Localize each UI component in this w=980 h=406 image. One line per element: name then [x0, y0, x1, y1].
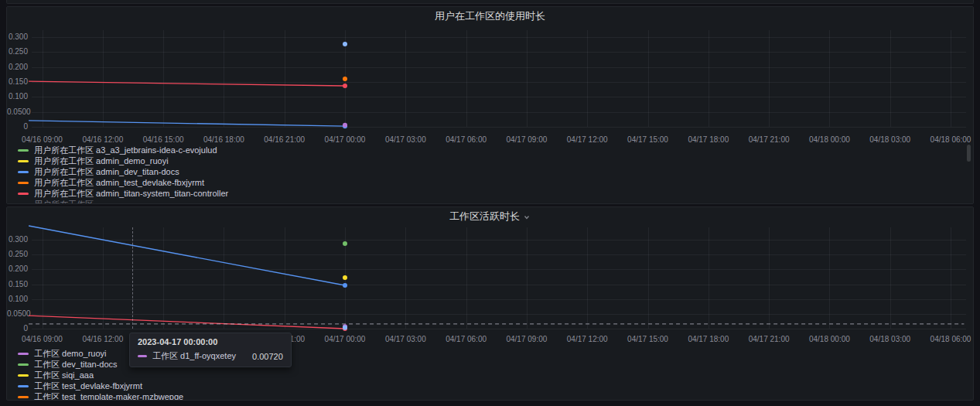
x-tick-label: 04/16 21:00: [254, 135, 316, 145]
tooltip-timestamp: 2023-04-17 00:00:00: [138, 337, 283, 346]
y-tick-label: 0.250: [7, 250, 28, 259]
x-tick-label: 04/16 15:00: [132, 135, 194, 145]
y-tick-label: 0.100: [7, 92, 28, 101]
panel-user-workspace-usage: 用户在工作区的使用时长 0.3000.2500.2000.1500.1000.0…: [6, 6, 974, 204]
x-tick-label: 04/16 09:00: [12, 335, 73, 344]
grafana-dashboard: 用户在工作区的使用时长 0.3000.2500.2000.1500.1000.0…: [0, 0, 980, 406]
y-tick-label: 0.300: [7, 32, 28, 42]
legend-item[interactable]: 工作区 test_devlake-fbxjyrmt: [18, 382, 958, 391]
gridline-h: [32, 127, 966, 128]
panel-header: 用户在工作区的使用时长: [7, 7, 973, 26]
legend-item[interactable]: 用户所在工作区 admin_test_devlake-fbxjyrmt: [18, 179, 958, 187]
tooltip-series-label: 工作区 d1_ff-oyqxetey: [152, 350, 236, 362]
series-color-dash-icon: [18, 182, 29, 184]
x-tick-label: 04/17 21:00: [738, 135, 800, 145]
y-tick-label: 0.150: [7, 280, 28, 289]
series-point: [343, 123, 347, 128]
legend-item[interactable]: 用户所在工作区 admin_dev_titan-docs: [18, 168, 958, 176]
legend: 用户所在工作区 a3_a3_jetbrains-idea-c-evojulud用…: [18, 146, 958, 204]
series-point: [343, 77, 347, 81]
y-tick-label: 0.100: [7, 295, 28, 304]
panel-title[interactable]: 用户在工作区的使用时长: [435, 7, 545, 26]
x-tick-label: 04/17 12:00: [556, 335, 618, 344]
chevron-down-icon[interactable]: [523, 213, 531, 221]
series-color-dash-icon: [18, 374, 29, 377]
legend-item[interactable]: 用户所在工作区 admin_demo_ruoyi: [18, 157, 958, 165]
legend-item[interactable]: 用户所在工作区: [18, 200, 958, 204]
chart-series-layer: [32, 227, 966, 329]
x-tick-label: 04/18 00:00: [798, 135, 860, 145]
y-tick-label: 0: [7, 324, 28, 333]
tooltip-series-value: 0.00720: [252, 352, 283, 361]
legend-item[interactable]: 用户所在工作区 a3_a3_jetbrains-idea-c-evojulud: [18, 146, 958, 155]
x-tick-label: 04/18 03:00: [859, 335, 921, 344]
crosshair-line: [132, 227, 133, 329]
x-tick-label: 04/17 12:00: [556, 135, 618, 145]
x-tick-label: 04/17 06:00: [435, 135, 497, 145]
series-color-dash-icon: [18, 353, 29, 355]
legend-item-label: 工作区 test_devlake-fbxjyrmt: [34, 382, 142, 391]
x-tick-label: 04/17 18:00: [678, 335, 739, 344]
series-point: [343, 283, 347, 288]
x-tick-label: 04/17 03:00: [374, 135, 436, 145]
x-tick-label: 04/17 06:00: [435, 335, 497, 344]
series-point: [343, 42, 347, 46]
x-tick-label: 04/17 00:00: [314, 335, 376, 344]
y-tick-label: 0.0500: [7, 107, 28, 117]
x-tick-label: 04/18 03:00: [859, 135, 921, 145]
tooltip-series-row: 工作区 d1_ff-oyqxetey 0.00720: [138, 350, 283, 362]
series-color-dash-icon: [18, 171, 29, 173]
gridline-h: [32, 329, 966, 329]
x-tick-label: 04/17 00:00: [314, 135, 376, 145]
x-tick-label: 04/17 21:00: [738, 335, 800, 344]
y-tick-label: 0.200: [7, 63, 28, 72]
panel-above-bottom-edge: [6, 0, 974, 4]
legend-item-label: 用户所在工作区: [34, 200, 94, 204]
y-tick-label: 0.200: [7, 264, 28, 274]
x-tick-label: 04/17 03:00: [374, 335, 436, 344]
series-color-dash-icon: [18, 396, 29, 398]
y-tick-label: 0.300: [7, 235, 28, 244]
chart-series-layer: [32, 30, 966, 127]
legend-item-label: 工作区 siqi_aaa: [34, 371, 94, 380]
series-line: [29, 226, 345, 285]
panel-header: 工作区活跃时长: [7, 207, 973, 226]
series-color-dash-icon: [138, 355, 147, 357]
legend-item-label: 用户所在工作区 admin_test_devlake-fbxjyrmt: [34, 179, 204, 187]
y-tick-label: 0.250: [7, 47, 28, 56]
legend-scrollbar-thumb[interactable]: [967, 145, 971, 162]
x-tick-label: 04/18 00:00: [798, 335, 860, 344]
y-tick-label: 0.0500: [7, 309, 28, 319]
legend-item-label: 用户所在工作区 admin_dev_titan-docs: [34, 168, 179, 176]
x-tick-label: 04/18 06:00: [920, 335, 974, 344]
legend-item[interactable]: 工作区 siqi_aaa: [18, 371, 958, 380]
series-color-dash-icon: [18, 193, 29, 195]
legend-item-label: 用户所在工作区 admin_titan-system_titan-control…: [34, 189, 228, 198]
series-point: [343, 326, 347, 330]
series-point: [343, 84, 347, 88]
legend-item-label: 工作区 demo_ruoyi: [34, 350, 107, 358]
chart-tooltip: 2023-04-17 00:00:00 工作区 d1_ff-oyqxetey 0…: [129, 333, 292, 367]
x-tick-label: 04/17 18:00: [678, 135, 739, 145]
x-tick-label: 04/17 09:00: [496, 335, 558, 344]
legend-item-label: 用户所在工作区 admin_demo_ruoyi: [34, 157, 169, 165]
legend-item-label: 用户所在工作区 a3_a3_jetbrains-idea-c-evojulud: [34, 146, 217, 155]
x-tick-label: 04/16 12:00: [72, 335, 134, 344]
y-tick-label: 0.150: [7, 77, 28, 87]
series-point: [343, 241, 347, 246]
x-tick-label: 04/16 18:00: [193, 135, 254, 145]
x-tick-label: 04/17 09:00: [496, 135, 558, 145]
y-tick-label: 0: [7, 122, 28, 131]
series-line: [29, 121, 345, 126]
x-tick-label: 04/18 06:00: [920, 135, 974, 145]
legend-item-label: 工作区 dev_titan-docs: [34, 360, 118, 369]
legend-item[interactable]: 工作区 test_template-maker-mzbwepge: [18, 393, 958, 401]
legend-item-label: 工作区 test_template-maker-mzbwepge: [34, 393, 183, 401]
series-color-dash-icon: [18, 385, 29, 387]
series-color-dash-icon: [18, 363, 29, 366]
panel-title[interactable]: 工作区活跃时长: [449, 207, 520, 226]
legend-item[interactable]: 用户所在工作区 admin_titan-system_titan-control…: [18, 189, 958, 198]
series-line: [29, 316, 345, 329]
x-tick-label: 04/16 12:00: [72, 135, 134, 145]
series-color-dash-icon: [18, 149, 29, 152]
